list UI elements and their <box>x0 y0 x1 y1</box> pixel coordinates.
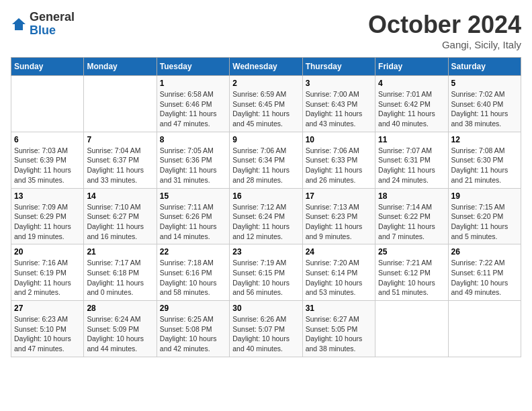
daylight: Daylight: 10 hours and 56 minutes. <box>232 279 290 297</box>
daylight: Daylight: 10 hours and 40 minutes. <box>232 334 290 353</box>
logo-icon <box>11 16 27 32</box>
location: Gangi, Sicily, Italy <box>368 39 521 50</box>
sunset: Sunset: 5:05 PM <box>306 325 358 333</box>
calendar-cell <box>11 76 84 132</box>
sunset: Sunset: 6:29 PM <box>14 212 66 220</box>
sunrise: Sunrise: 6:58 AM <box>160 90 214 98</box>
daylight: Daylight: 11 hours and 12 minutes. <box>232 222 290 240</box>
calendar-table: SundayMondayTuesdayWednesdayThursdayFrid… <box>11 57 521 357</box>
day-number: 1 <box>160 79 226 88</box>
sunset: Sunset: 6:14 PM <box>306 269 358 277</box>
calendar-cell: 31 Sunrise: 6:27 AM Sunset: 5:05 PM Dayl… <box>302 301 375 357</box>
cell-content: Sunrise: 7:05 AM Sunset: 6:36 PM Dayligh… <box>160 146 226 185</box>
calendar-cell: 28 Sunrise: 6:24 AM Sunset: 5:09 PM Dayl… <box>84 301 157 357</box>
cell-content: Sunrise: 7:16 AM Sunset: 6:19 PM Dayligh… <box>14 258 81 298</box>
calendar-cell: 12 Sunrise: 7:08 AM Sunset: 6:30 PM Dayl… <box>448 132 521 188</box>
sunrise: Sunrise: 7:21 AM <box>378 259 432 267</box>
calendar-cell: 13 Sunrise: 7:09 AM Sunset: 6:29 PM Dayl… <box>11 188 84 244</box>
calendar-cell: 17 Sunrise: 7:13 AM Sunset: 6:23 PM Dayl… <box>302 188 375 244</box>
daylight: Daylight: 10 hours and 51 minutes. <box>378 279 435 297</box>
calendar-cell: 6 Sunrise: 7:03 AM Sunset: 6:39 PM Dayli… <box>11 132 84 188</box>
daylight: Daylight: 10 hours and 58 minutes. <box>160 279 217 297</box>
sunrise: Sunrise: 6:23 AM <box>14 315 68 323</box>
sunrise: Sunrise: 7:11 AM <box>160 203 214 211</box>
day-number: 24 <box>306 247 372 257</box>
daylight: Daylight: 11 hours and 5 minutes. <box>451 222 508 240</box>
calendar-cell: 7 Sunrise: 7:04 AM Sunset: 6:37 PM Dayli… <box>84 132 157 188</box>
calendar-cell: 1 Sunrise: 6:58 AM Sunset: 6:46 PM Dayli… <box>157 76 229 132</box>
sunset: Sunset: 6:16 PM <box>160 269 212 277</box>
sunrise: Sunrise: 7:12 AM <box>232 203 286 211</box>
cell-content: Sunrise: 7:03 AM Sunset: 6:39 PM Dayligh… <box>14 146 81 185</box>
logo-general: General <box>30 10 75 24</box>
cell-content: Sunrise: 6:24 AM Sunset: 5:09 PM Dayligh… <box>87 314 153 354</box>
cell-content: Sunrise: 7:02 AM Sunset: 6:40 PM Dayligh… <box>451 89 518 129</box>
sunset: Sunset: 6:15 PM <box>232 269 285 277</box>
day-number: 8 <box>160 135 226 144</box>
daylight: Daylight: 10 hours and 44 minutes. <box>87 334 144 353</box>
cell-content: Sunrise: 6:58 AM Sunset: 6:46 PM Dayligh… <box>160 89 226 129</box>
daylight: Daylight: 11 hours and 7 minutes. <box>378 222 435 240</box>
cell-content: Sunrise: 6:23 AM Sunset: 5:10 PM Dayligh… <box>14 314 81 354</box>
sunrise: Sunrise: 7:18 AM <box>160 259 214 267</box>
week-row-0: 1 Sunrise: 6:58 AM Sunset: 6:46 PM Dayli… <box>11 76 521 132</box>
col-header-thursday: Thursday <box>302 58 375 76</box>
col-header-tuesday: Tuesday <box>157 58 229 76</box>
sunrise: Sunrise: 7:17 AM <box>87 259 140 267</box>
calendar-cell: 19 Sunrise: 7:15 AM Sunset: 6:20 PM Dayl… <box>448 188 521 244</box>
calendar-cell: 22 Sunrise: 7:18 AM Sunset: 6:16 PM Dayl… <box>157 244 229 301</box>
week-row-1: 6 Sunrise: 7:03 AM Sunset: 6:39 PM Dayli… <box>11 132 521 188</box>
sunset: Sunset: 5:09 PM <box>87 325 139 333</box>
day-number: 12 <box>451 135 518 144</box>
day-number: 31 <box>306 304 372 313</box>
cell-content: Sunrise: 7:11 AM Sunset: 6:26 PM Dayligh… <box>160 202 226 242</box>
day-number: 29 <box>160 304 226 313</box>
sunset: Sunset: 6:39 PM <box>14 156 66 164</box>
calendar-cell: 24 Sunrise: 7:20 AM Sunset: 6:14 PM Dayl… <box>302 244 375 301</box>
cell-content: Sunrise: 7:19 AM Sunset: 6:15 PM Dayligh… <box>232 258 299 298</box>
day-number: 2 <box>232 79 299 88</box>
day-number: 27 <box>14 304 81 313</box>
daylight: Daylight: 11 hours and 47 minutes. <box>160 109 217 128</box>
cell-content: Sunrise: 7:13 AM Sunset: 6:23 PM Dayligh… <box>306 202 372 242</box>
day-number: 25 <box>378 247 445 257</box>
col-header-sunday: Sunday <box>11 58 84 76</box>
calendar-cell: 29 Sunrise: 6:25 AM Sunset: 5:08 PM Dayl… <box>157 301 229 357</box>
cell-content: Sunrise: 7:12 AM Sunset: 6:24 PM Dayligh… <box>232 202 299 242</box>
day-number: 5 <box>451 79 518 88</box>
daylight: Daylight: 10 hours and 53 minutes. <box>306 279 363 297</box>
sunset: Sunset: 6:19 PM <box>14 269 66 277</box>
daylight: Daylight: 11 hours and 38 minutes. <box>451 109 508 128</box>
title-block: October 2024 Gangi, Sicily, Italy <box>368 11 521 50</box>
sunset: Sunset: 6:22 PM <box>378 212 431 220</box>
calendar-cell <box>375 301 448 357</box>
sunrise: Sunrise: 7:16 AM <box>14 259 68 267</box>
calendar-cell: 15 Sunrise: 7:11 AM Sunset: 6:26 PM Dayl… <box>157 188 229 244</box>
logo-blue: Blue <box>30 24 56 37</box>
sunset: Sunset: 6:36 PM <box>160 156 212 164</box>
sunrise: Sunrise: 7:20 AM <box>306 259 359 267</box>
daylight: Daylight: 11 hours and 21 minutes. <box>451 166 508 184</box>
sunset: Sunset: 5:07 PM <box>232 325 285 333</box>
sunrise: Sunrise: 6:27 AM <box>306 315 359 323</box>
sunrise: Sunrise: 7:07 AM <box>378 146 432 154</box>
day-number: 4 <box>378 79 445 88</box>
sunset: Sunset: 6:42 PM <box>378 100 431 108</box>
day-number: 11 <box>378 135 445 144</box>
calendar-cell: 21 Sunrise: 7:17 AM Sunset: 6:18 PM Dayl… <box>84 244 157 301</box>
sunset: Sunset: 5:10 PM <box>14 325 66 333</box>
cell-content: Sunrise: 7:18 AM Sunset: 6:16 PM Dayligh… <box>160 258 226 298</box>
calendar-cell: 18 Sunrise: 7:14 AM Sunset: 6:22 PM Dayl… <box>375 188 448 244</box>
day-number: 18 <box>378 191 445 201</box>
day-number: 19 <box>451 191 518 201</box>
sunset: Sunset: 6:43 PM <box>306 100 358 108</box>
col-header-wednesday: Wednesday <box>230 58 302 76</box>
sunrise: Sunrise: 7:14 AM <box>378 203 432 211</box>
daylight: Daylight: 11 hours and 43 minutes. <box>306 109 363 128</box>
sunset: Sunset: 6:34 PM <box>232 156 285 164</box>
cell-content: Sunrise: 7:08 AM Sunset: 6:30 PM Dayligh… <box>451 146 518 185</box>
sunset: Sunset: 6:27 PM <box>87 212 139 220</box>
day-number: 13 <box>14 191 81 201</box>
cell-content: Sunrise: 7:04 AM Sunset: 6:37 PM Dayligh… <box>87 146 153 185</box>
cell-content: Sunrise: 7:10 AM Sunset: 6:27 PM Dayligh… <box>87 202 153 242</box>
